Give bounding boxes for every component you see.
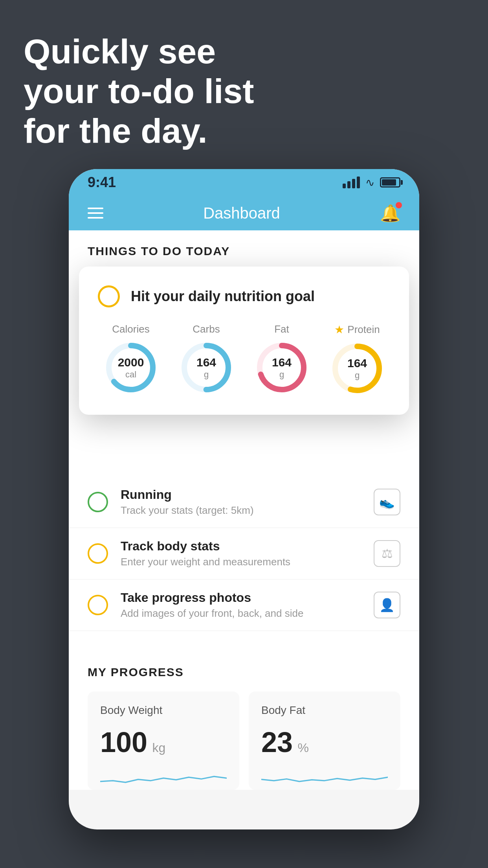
weight-number: 100	[100, 726, 147, 758]
weight-card-title: Body Weight	[100, 704, 227, 717]
todo-subtitle-body-stats: Enter your weight and measurements	[121, 556, 361, 568]
fat-value-row: 23 %	[261, 726, 388, 758]
nutrition-item-carbs: Carbs 164 g	[179, 323, 234, 396]
todo-item-body-stats[interactable]: Track body stats Enter your weight and m…	[69, 528, 419, 579]
hero-line3: for the day.	[24, 111, 254, 151]
status-time: 9:41	[88, 174, 116, 191]
nutrition-item-calories: Calories 2000 cal	[103, 323, 158, 396]
fat-number: 23	[261, 726, 293, 758]
status-bar: 9:41 ∿	[69, 169, 419, 196]
todo-text-photos: Take progress photos Add images of your …	[121, 590, 361, 620]
progress-cards: Body Weight 100 kg Body Fat 23	[88, 691, 400, 790]
todo-list: Running Track your stats (target: 5km) 👟…	[69, 476, 419, 631]
weight-value-row: 100 kg	[100, 726, 227, 758]
todo-title-photos: Take progress photos	[121, 590, 361, 605]
photo-icon-box: 👤	[374, 592, 400, 618]
weight-wave-chart	[100, 766, 227, 790]
nutrition-item-fat: Fat 164 g	[254, 323, 309, 396]
things-to-do-header: THINGS TO DO TODAY	[69, 230, 419, 264]
nutrition-grid: Calories 2000 cal Carbs	[98, 323, 390, 396]
fat-wave-chart	[261, 766, 388, 790]
protein-donut: 164 g	[330, 341, 385, 396]
todo-circle-running	[88, 492, 108, 512]
wifi-icon: ∿	[365, 176, 374, 189]
calories-donut: 2000 cal	[103, 340, 158, 395]
header-title: Dashboard	[203, 204, 280, 222]
person-icon: 👤	[379, 598, 395, 612]
scale-icon-box: ⚖	[374, 540, 400, 567]
card-title-row: Hit your daily nutrition goal	[98, 285, 390, 307]
nutrition-card: Hit your daily nutrition goal Calories 2…	[79, 267, 409, 415]
carbs-donut: 164 g	[179, 340, 234, 395]
progress-card-fat[interactable]: Body Fat 23 %	[249, 691, 400, 790]
signal-icon	[343, 177, 360, 188]
weight-unit: kg	[152, 741, 166, 755]
fat-label: Fat	[274, 323, 289, 335]
todo-title-body-stats: Track body stats	[121, 539, 361, 554]
todo-circle-body-stats	[88, 543, 108, 564]
fat-donut: 164 g	[254, 340, 309, 395]
todo-item-running[interactable]: Running Track your stats (target: 5km) 👟	[69, 476, 419, 528]
progress-section: MY PROGRESS Body Weight 100 kg Body	[69, 647, 419, 790]
todo-subtitle-running: Track your stats (target: 5km)	[121, 504, 361, 517]
fat-unit: %	[298, 741, 309, 755]
battery-icon	[380, 177, 400, 188]
hero-line1: Quickly see	[24, 31, 254, 71]
hero-text: Quickly see your to-do list for the day.	[24, 31, 254, 151]
todo-text-running: Running Track your stats (target: 5km)	[121, 487, 361, 517]
menu-button[interactable]	[88, 208, 103, 219]
task-circle-unchecked[interactable]	[98, 285, 120, 307]
app-body: THINGS TO DO TODAY Hit your daily nutrit…	[69, 230, 419, 790]
phone-frame: 9:41 ∿ Dashboard 🔔 THINGS TO DO TODA	[69, 169, 419, 829]
shoe-icon: 👟	[379, 495, 395, 509]
hero-line2: your to-do list	[24, 71, 254, 111]
todo-item-photos[interactable]: Take progress photos Add images of your …	[69, 579, 419, 631]
todo-text-body-stats: Track body stats Enter your weight and m…	[121, 539, 361, 568]
notification-button[interactable]: 🔔	[380, 204, 400, 223]
nutrition-card-title: Hit your daily nutrition goal	[131, 288, 315, 305]
running-icon-box: 👟	[374, 489, 400, 515]
carbs-label: Carbs	[193, 323, 220, 335]
notification-badge	[396, 202, 402, 208]
calories-label: Calories	[112, 323, 149, 335]
todo-circle-photos	[88, 595, 108, 615]
progress-section-title: MY PROGRESS	[88, 666, 400, 679]
app-header: Dashboard 🔔	[69, 196, 419, 230]
progress-card-weight[interactable]: Body Weight 100 kg	[88, 691, 239, 790]
status-icons: ∿	[343, 176, 400, 189]
protein-label: ★Protein	[334, 323, 380, 336]
nutrition-item-protein: ★Protein 164 g	[330, 323, 385, 396]
scale-icon: ⚖	[382, 546, 393, 561]
fat-card-title: Body Fat	[261, 704, 388, 717]
todo-title-running: Running	[121, 487, 361, 502]
star-icon: ★	[334, 323, 344, 336]
todo-subtitle-photos: Add images of your front, back, and side	[121, 607, 361, 620]
